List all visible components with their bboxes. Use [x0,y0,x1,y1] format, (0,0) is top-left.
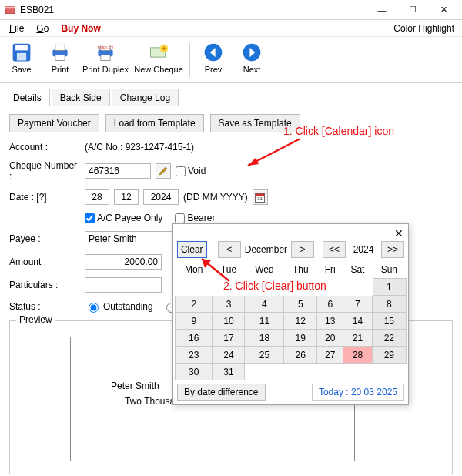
calendar-day[interactable]: 24 [213,347,245,364]
minimize-button[interactable]: ― [367,2,397,18]
bearer-checkbox[interactable]: Bearer [175,213,215,223]
calendar-dow: Sat [343,261,372,279]
menubar: File Go Buy Now Color Highlight [0,20,462,37]
pencil-icon [159,166,168,176]
menu-buy-now[interactable]: Buy Now [56,22,105,35]
outstanding-label: Outstanding [103,301,153,312]
calendar-day[interactable]: 18 [245,330,284,347]
payee-label: Payee : [9,233,80,244]
calendar-day[interactable]: 8 [372,296,406,313]
calendar-day [284,364,317,380]
ac-payee-checkbox[interactable]: A/C Payee Only [85,213,162,223]
calendar-day[interactable]: 3 [213,296,245,313]
calendar-day[interactable]: 15 [372,313,406,330]
tab-details[interactable]: Details [5,89,50,106]
new-cheque-icon [148,42,169,63]
new-cheque-button[interactable]: New Cheque [132,40,185,80]
calendar-day[interactable]: 29 [372,347,406,364]
date-format-label: (DD MM YYYY) [183,192,248,203]
toolbar-separator [189,43,190,77]
window-title: ESB021 [20,5,54,15]
date-dd-input[interactable] [85,189,109,205]
cheque-input[interactable] [85,163,151,179]
preview-label: Preview [16,314,55,325]
svg-text:DUPLEX: DUPLEX [97,45,114,50]
edit-cheque-button[interactable] [156,163,171,179]
print-duplex-icon: DUPLEX [95,42,116,63]
prev-button[interactable]: Prev [195,40,232,80]
save-label: Save [12,65,31,74]
calendar-clear-button[interactable]: Clear [177,241,207,258]
calendar-year-label[interactable]: 2024 [348,241,379,258]
calendar-day[interactable]: 22 [372,330,406,347]
calendar-day[interactable]: 9 [176,313,213,330]
calendar-day[interactable]: 23 [176,347,213,364]
next-button[interactable]: Next [233,40,270,80]
calendar-day[interactable]: 11 [245,313,284,330]
calendar-prev-year-button[interactable]: << [323,241,346,258]
svg-rect-7 [55,55,65,61]
maximize-button[interactable]: ☐ [397,2,428,18]
svg-rect-1 [5,6,15,8]
calendar-popup: ✕ Clear < December > << 2024 >> MonTueWe… [172,223,409,405]
calendar-day[interactable]: 27 [317,347,343,364]
status-label: Status : [9,301,80,312]
svg-rect-10 [101,55,110,61]
prev-icon [203,42,224,63]
calendar-month-label[interactable]: December [243,241,289,258]
print-button[interactable]: Print [42,40,79,80]
load-template-button[interactable]: Load from Template [105,114,204,132]
date-label: Date : [?] [9,192,80,203]
save-button[interactable]: Save [3,40,40,80]
calendar-day[interactable]: 19 [284,330,317,347]
calendar-day[interactable]: 12 [284,313,317,330]
particulars-input[interactable] [85,277,162,293]
by-date-difference-button[interactable]: By date difference [177,384,266,401]
toolbar: Save Print DUPLEX Print Duplex New Chequ… [0,37,462,83]
calendar-day[interactable]: 26 [284,347,317,364]
tabs: Details Back Side Change Log [0,83,462,106]
calendar-day [317,364,343,380]
calendar-close-button[interactable]: ✕ [394,227,403,240]
calendar-next-year-button[interactable]: >> [381,241,404,258]
calendar-prev-month-button[interactable]: < [218,241,241,258]
calendar-day[interactable]: 25 [245,347,284,364]
calendar-day[interactable]: 10 [213,313,245,330]
print-label: Print [52,65,69,74]
calendar-day[interactable]: 2 [176,296,213,313]
menu-go[interactable]: Go [32,22,53,35]
calendar-next-month-button[interactable]: > [291,241,314,258]
calendar-day[interactable]: 14 [343,313,372,330]
calendar-day[interactable]: 1 [372,279,406,296]
calendar-day[interactable]: 17 [213,330,245,347]
void-checkbox[interactable]: Void [176,166,206,176]
date-yyyy-input[interactable] [143,189,179,205]
payment-voucher-button[interactable]: Payment Voucher [9,114,99,132]
calendar-day[interactable]: 13 [317,313,343,330]
status-outstanding-radio[interactable]: Outstanding [85,300,153,313]
close-button[interactable]: ✕ [428,2,459,18]
menu-file[interactable]: File [5,22,28,35]
tab-change-log[interactable]: Change Log [112,89,179,106]
calendar-day[interactable]: 28 [343,347,372,364]
svg-rect-3 [15,45,28,50]
tab-back-side[interactable]: Back Side [52,89,110,106]
calendar-day [372,364,406,380]
calendar-day[interactable]: 4 [245,296,284,313]
date-mm-input[interactable] [114,189,139,205]
amount-input[interactable] [85,254,162,270]
ac-payee-label: A/C Payee Only [97,213,162,223]
calendar-day[interactable]: 16 [176,330,213,347]
calendar-button[interactable]: 31 [253,189,268,205]
print-duplex-button[interactable]: DUPLEX Print Duplex [80,40,131,80]
calendar-today-label[interactable]: Today : 20 03 2025 [312,384,404,401]
svg-text:31: 31 [257,196,263,201]
menu-color-highlight[interactable]: Color Highlight [389,22,457,35]
calendar-day[interactable]: 7 [343,296,372,313]
calendar-day[interactable]: 6 [317,296,343,313]
calendar-day[interactable]: 21 [343,330,372,347]
calendar-day[interactable]: 20 [317,330,343,347]
calendar-day[interactable]: 30 [176,364,213,380]
calendar-day[interactable]: 31 [213,364,245,380]
calendar-day[interactable]: 5 [284,296,317,313]
